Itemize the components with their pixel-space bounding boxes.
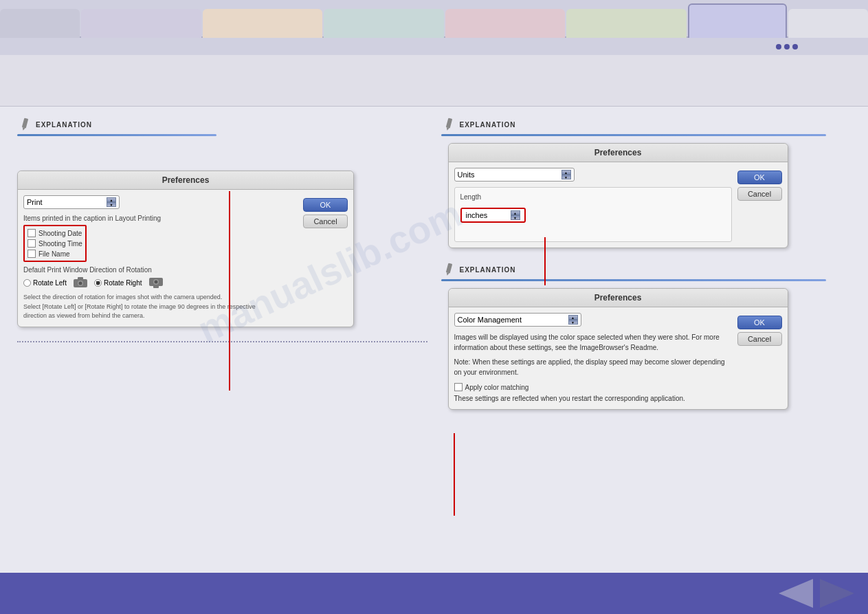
right-explanation-bottom-text: EXPLANATION	[460, 266, 516, 274]
svg-rect-5	[78, 277, 83, 280]
right-top-ok-button[interactable]: OK	[737, 171, 782, 184]
tab-4[interactable]	[324, 9, 444, 38]
color-mgmt-description2: Note: When these settings are applied, t…	[454, 357, 732, 377]
right-explanation-bottom-bar	[441, 279, 826, 281]
right-explanation-bottom: EXPLANATION	[441, 262, 852, 277]
rotate-info-text: Select the direction of rotation for ima…	[23, 293, 298, 321]
tab-7-active[interactable]	[688, 3, 787, 38]
annotation-line-inches	[544, 237, 546, 285]
left-cancel-button[interactable]: Cancel	[303, 215, 348, 228]
annotation-line-left	[229, 191, 230, 391]
checkbox-shooting-date[interactable]: Shooting Date	[27, 229, 82, 237]
left-panel: EXPLANATION Preferences Print ▲ ▼	[17, 117, 427, 512]
pencil-icon-right-bottom	[441, 262, 456, 277]
pencil-icon-right-top	[441, 117, 456, 132]
right-top-button-group: OK Cancel	[737, 168, 782, 242]
apply-color-matching-row[interactable]: Apply color matching	[454, 383, 732, 391]
right-bottom-button-group: OK Cancel	[737, 313, 782, 404]
left-explanation-bar	[17, 134, 216, 136]
inches-dropdown[interactable]: inches ▲ ▼	[460, 208, 526, 223]
svg-rect-0	[22, 118, 28, 129]
apply-color-matching-label: Apply color matching	[465, 384, 529, 391]
left-explanation-text: EXPLANATION	[36, 121, 92, 129]
main-content: manualslib.com EXPLANATION Preferences	[0, 107, 868, 519]
right-panel: EXPLANATION Preferences Units ▲ ▼	[441, 117, 852, 512]
svg-rect-9	[153, 285, 159, 288]
tab-3[interactable]	[203, 9, 323, 38]
left-button-group: OK Cancel	[303, 195, 348, 321]
radio-rotate-right[interactable]: Rotate Right	[94, 279, 142, 287]
nav-next-arrow[interactable]	[820, 579, 854, 608]
header-area	[0, 55, 868, 107]
left-pref-title: Preferences	[18, 171, 353, 190]
tab-6[interactable]	[566, 9, 687, 38]
nav-prev-arrow[interactable]	[779, 579, 813, 608]
bottom-nav	[0, 573, 868, 614]
left-ok-button[interactable]: OK	[303, 198, 348, 212]
right-explanation-top-text: EXPLANATION	[460, 121, 516, 129]
length-section: Length inches ▲ ▼	[454, 187, 732, 242]
dotted-separator	[17, 341, 427, 342]
right-preferences-color-dialog: Preferences Color Management ▲ ▼ Images …	[448, 288, 788, 410]
svg-rect-12	[445, 263, 452, 274]
length-label: Length	[460, 193, 726, 201]
right-bottom-pref-title: Preferences	[449, 289, 788, 307]
tab-8[interactable]	[788, 9, 868, 38]
annotation-line-color	[454, 433, 455, 516]
rotate-section: Default Print Window Direction of Rotati…	[23, 266, 298, 321]
dot-2	[784, 44, 790, 50]
svg-point-4	[78, 282, 82, 285]
dot-3	[792, 44, 798, 50]
svg-rect-10	[445, 118, 452, 129]
top-nav	[0, 0, 868, 38]
tab-2[interactable]	[81, 9, 201, 38]
caption-section: Items printed in the caption in Layout P…	[23, 215, 298, 262]
rotate-label: Default Print Window Direction of Rotati…	[23, 266, 298, 274]
radio-rotate-left[interactable]: Rotate Left	[23, 279, 67, 287]
checkbox-shooting-time[interactable]: Shooting Time	[27, 239, 82, 248]
dots-row	[0, 38, 868, 55]
right-explanation-top: EXPLANATION	[441, 117, 852, 132]
right-top-pref-title: Preferences	[449, 144, 788, 162]
color-management-dropdown[interactable]: Color Management ▲ ▼	[454, 313, 581, 327]
left-preferences-dialog: Preferences Print ▲ ▼ Items printed in t…	[17, 171, 354, 327]
print-dropdown-stepper[interactable]: ▲ ▼	[107, 197, 116, 207]
dot-1	[776, 44, 781, 50]
left-explanation-label: EXPLANATION	[17, 117, 427, 132]
units-dropdown[interactable]: Units ▲ ▼	[454, 168, 575, 182]
checkbox-file-name[interactable]: File Name	[27, 250, 82, 258]
reflect-text: These settings are reflected when you re…	[454, 394, 732, 404]
units-dropdown-stepper[interactable]: ▲ ▼	[561, 170, 571, 179]
caption-label: Items printed in the caption in Layout P…	[23, 215, 298, 222]
right-preferences-units-dialog: Preferences Units ▲ ▼ Length	[448, 143, 788, 248]
color-mgmt-description1: Images will be displayed using the color…	[454, 332, 732, 353]
color-mgmt-stepper[interactable]: ▲ ▼	[568, 315, 578, 325]
inches-dropdown-stepper[interactable]: ▲ ▼	[511, 210, 520, 220]
camera-icon-right	[148, 276, 164, 289]
caption-checkboxes-highlighted: Shooting Date Shooting Time File Name	[23, 225, 87, 262]
camera-icon-left	[72, 276, 89, 289]
right-bottom-ok-button[interactable]: OK	[737, 316, 782, 329]
right-top-cancel-button[interactable]: Cancel	[737, 187, 782, 201]
right-bottom-cancel-button[interactable]: Cancel	[737, 332, 782, 346]
right-explanation-top-bar	[441, 134, 826, 136]
tab-1[interactable]	[0, 9, 80, 38]
tab-5[interactable]	[445, 9, 566, 38]
print-dropdown[interactable]: Print ▲ ▼	[23, 195, 120, 209]
pencil-icon-left	[17, 117, 32, 132]
